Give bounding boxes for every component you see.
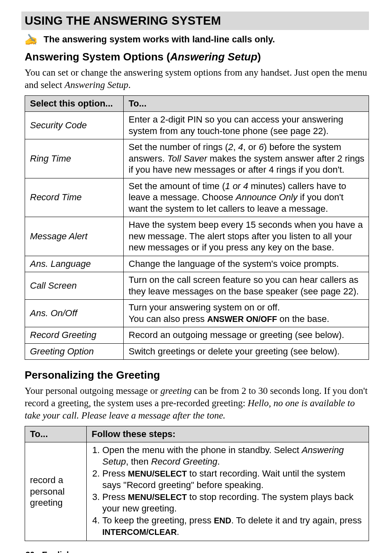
table-row: Message AlertHave the system beep every …	[25, 217, 369, 256]
para-italic: Answering Setup	[65, 80, 128, 90]
heading-italic: Answering Setup	[170, 51, 257, 63]
table-row: Ans. On/OffTurn your answering system on…	[25, 300, 369, 327]
list-item: Press MENU/SELECT to stop recording. The…	[102, 491, 364, 514]
table-row: Record GreetingRecord an outgoing messag…	[25, 327, 369, 344]
section-heading-answering-options: Answering System Options (Answering Setu…	[25, 51, 369, 63]
greeting-row-label: record a personal greeting	[25, 442, 87, 541]
table-row: Security CodeEnter a 2-digit PIN so you …	[25, 112, 369, 139]
section-heading-personalizing: Personalizing the Greeting	[25, 369, 369, 382]
page-footer: 20 - English	[25, 550, 369, 553]
option-description: Set the amount of time (1 or 4 minutes) …	[124, 178, 369, 217]
option-name: Record Greeting	[25, 327, 124, 344]
option-description: Turn on the call screen feature so you c…	[124, 272, 369, 300]
list-item: Open the menu with the phone in standby.…	[102, 444, 364, 467]
option-description: Record an outgoing message or greeting (…	[124, 327, 369, 344]
option-description: Change the language of the system's voic…	[124, 256, 369, 272]
option-name: Ring Time	[25, 139, 124, 178]
greeting-table: To... Follow these steps: record a perso…	[25, 426, 369, 541]
table-row: Greeting OptionSwitch greetings or delet…	[25, 343, 369, 360]
heading-post: )	[257, 51, 261, 63]
option-name: Ans. On/Off	[25, 300, 124, 327]
section2-paragraph: Your personal outgoing message or greeti…	[25, 385, 369, 422]
option-description: Set the number of rings (2, 4, or 6) bef…	[124, 139, 369, 178]
options-th-option: Select this option...	[25, 95, 124, 112]
option-name: Record Time	[25, 178, 124, 217]
option-description: Switch greetings or delete your greeting…	[124, 343, 369, 360]
table-row: Record TimeSet the amount of time (1 or …	[25, 178, 369, 217]
options-table: Select this option... To... Security Cod…	[25, 95, 369, 360]
table-row: Ans. LanguageChange the language of the …	[25, 256, 369, 272]
greeting-th-to: To...	[25, 426, 87, 442]
heading-pre: Answering System Options (	[25, 51, 170, 63]
table-row: Ring TimeSet the number of rings (2, 4, …	[25, 139, 369, 178]
option-description: Have the system beep every 15 seconds wh…	[124, 217, 369, 256]
hand-writing-icon: ✍	[25, 34, 38, 45]
page-title: USING THE ANSWERING SYSTEM	[25, 14, 366, 28]
list-item: To keep the greeting, press END. To dele…	[102, 515, 364, 537]
list-item: Press MENU/SELECT to start recording. Wa…	[102, 468, 364, 491]
option-description: Enter a 2-digit PIN so you can access yo…	[124, 112, 369, 139]
para-post: .	[128, 80, 131, 90]
greeting-row-steps: Open the menu with the phone in standby.…	[87, 442, 369, 541]
option-name: Message Alert	[25, 217, 124, 256]
option-description: Turn your answering system on or off.You…	[124, 300, 369, 327]
table-row: Call ScreenTurn on the call screen featu…	[25, 272, 369, 300]
note-line: ✍ The answering system works with land-l…	[25, 34, 369, 45]
section1-paragraph: You can set or change the answering syst…	[25, 67, 369, 91]
greeting-th-steps: Follow these steps:	[87, 426, 369, 442]
options-th-to: To...	[124, 95, 369, 112]
option-name: Security Code	[25, 112, 124, 139]
table-row: record a personal greeting Open the menu…	[25, 442, 369, 541]
option-name: Greeting Option	[25, 343, 124, 360]
note-text: The answering system works with land-lin…	[44, 34, 275, 45]
option-name: Call Screen	[25, 272, 124, 300]
option-name: Ans. Language	[25, 256, 124, 272]
page-title-bar: USING THE ANSWERING SYSTEM	[21, 12, 369, 30]
